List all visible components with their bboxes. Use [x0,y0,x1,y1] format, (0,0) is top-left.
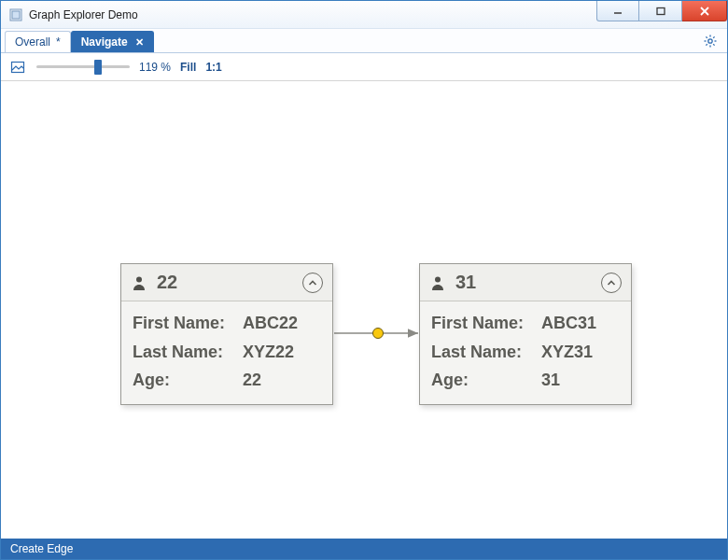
slider-thumb[interactable] [94,60,102,75]
titlebar: Graph Explorer Demo [1,1,727,29]
field-value: ABC22 [243,309,298,338]
svg-line-11 [706,36,707,37]
field-label: Last Name: [133,338,243,367]
field-label: Age: [133,366,243,395]
field-label: First Name: [431,309,541,338]
node-id: 22 [157,272,302,293]
close-button[interactable] [682,1,727,21]
maximize-button[interactable] [639,1,682,21]
svg-line-14 [706,44,707,45]
node-body: First Name:ABC22 Last Name:XYZ22 Age:22 [121,301,332,404]
status-text: Create Edge [10,542,73,555]
tab-navigate[interactable]: Navigate ✕ [71,31,154,52]
svg-point-18 [435,276,441,282]
app-icon [8,7,23,22]
collapse-button[interactable] [601,273,622,293]
gear-icon [703,34,718,49]
field-label: Age: [431,366,541,395]
graph-node[interactable]: 22 First Name:ABC22 Last Name:XYZ22 Age:… [120,263,333,405]
zoom-fill-button[interactable]: Fill [180,61,196,74]
graph-node[interactable]: 31 First Name:ABC31 Last Name:XYZ31 Age:… [419,263,632,405]
node-body: First Name:ABC31 Last Name:XYZ31 Age:31 [420,301,631,404]
settings-button[interactable] [699,29,721,52]
field-label: Last Name: [431,338,541,367]
minimize-button[interactable] [596,1,639,21]
svg-point-6 [708,38,712,42]
field-value: XYZ31 [541,338,593,367]
person-icon [131,274,147,291]
collapse-button[interactable] [302,273,323,293]
tab-label: Navigate [81,35,128,49]
zoom-1to1-button[interactable]: 1:1 [205,61,221,74]
tab-bar: Overall * Navigate ✕ [1,29,727,53]
field-label: First Name: [133,309,243,338]
field-value: 31 [541,366,560,395]
window-controls [596,1,727,28]
node-header: 22 [121,264,332,301]
tab-label: Overall [15,35,50,49]
chevron-up-icon [307,277,318,288]
window-title: Graph Explorer Demo [29,8,596,21]
graph-canvas[interactable]: 22 First Name:ABC22 Last Name:XYZ22 Age:… [1,81,727,539]
svg-rect-3 [657,7,665,14]
svg-line-13 [713,36,714,37]
field-value: XYZ22 [243,338,294,367]
image-icon [10,60,25,75]
svg-line-12 [713,44,714,45]
toolbar: 119 % Fill 1:1 [1,53,727,81]
svg-rect-1 [12,11,20,19]
zoom-slider[interactable] [36,59,130,76]
zoom-percent-label: 119 % [139,61,171,74]
status-bar: Create Edge [1,539,727,559]
field-value: 22 [243,366,261,395]
person-icon [429,274,446,291]
field-value: ABC31 [541,309,596,338]
fit-view-button[interactable] [8,58,27,77]
node-header: 31 [420,264,631,301]
node-id: 31 [455,272,601,293]
tab-overall[interactable]: Overall * [5,31,71,52]
edge-handle[interactable] [372,328,384,339]
close-tab-icon[interactable]: ✕ [135,36,144,49]
slider-track [36,65,130,68]
chevron-up-icon [606,277,617,288]
svg-point-17 [136,276,142,282]
modified-indicator-icon: * [56,35,61,49]
